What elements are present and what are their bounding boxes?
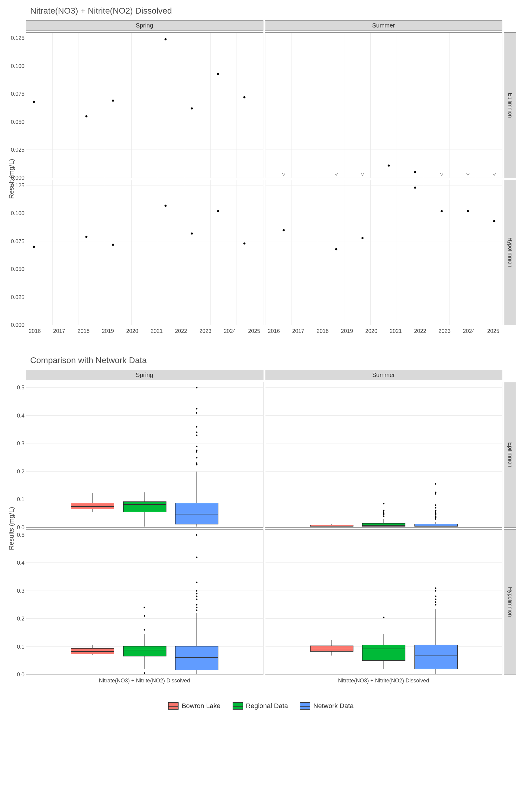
chart2-ylabel: Results (mg/L) xyxy=(6,382,24,675)
boxplot-box xyxy=(415,524,458,526)
data-point xyxy=(112,243,114,246)
data-point xyxy=(440,210,443,212)
outlier-point xyxy=(435,515,437,517)
panel-summer-hypo xyxy=(265,180,503,326)
legend-label-regional: Regional Data xyxy=(246,702,288,710)
data-point xyxy=(33,246,35,248)
legend-label-network: Network Data xyxy=(313,702,354,710)
outlier-point xyxy=(383,616,384,618)
outlier-point xyxy=(196,596,197,597)
outlier-point xyxy=(196,446,197,447)
data-point xyxy=(164,38,166,40)
outlier-point xyxy=(196,598,197,600)
outlier-point xyxy=(435,513,437,514)
boxplot-box xyxy=(362,523,405,526)
row-strip-hypo2: Hypolimnion xyxy=(504,529,516,675)
chart1-title: Nitrate(NO3) + Nitrite(NO2) Dissolved xyxy=(30,6,516,16)
outlier-point xyxy=(435,587,437,589)
data-point xyxy=(243,243,246,245)
data-point xyxy=(466,173,470,176)
outlier-point xyxy=(196,412,197,413)
panel-spring-epi: 0.0000.0250.0500.0750.1000.125 xyxy=(26,32,263,178)
outlier-point xyxy=(144,672,145,674)
chart1-facet-grid: Spring Summer Result (mg/L) 0.0000.0250.… xyxy=(6,20,516,338)
outlier-point xyxy=(435,518,437,520)
panel2-summer-epi xyxy=(265,382,503,528)
col-strip-spring2: Spring xyxy=(26,370,263,380)
outlier-point xyxy=(435,598,437,600)
xcat-spring: Nitrate(NO3) + Nitrite(NO2) Dissolved xyxy=(26,676,263,687)
outlier-point xyxy=(196,582,197,583)
data-point xyxy=(388,164,390,166)
legend-item-bowron: Bowron Lake xyxy=(168,702,220,710)
swatch-red xyxy=(168,702,179,710)
outlier-point xyxy=(196,556,197,558)
outlier-point xyxy=(144,607,145,608)
chart1-ylabel: Result (mg/L) xyxy=(6,32,24,325)
outlier-point xyxy=(435,504,437,506)
outlier-point xyxy=(196,604,197,606)
outlier-point xyxy=(435,510,437,511)
outlier-point xyxy=(196,462,197,464)
data-point xyxy=(282,173,285,176)
data-point xyxy=(282,229,285,231)
chart2-title: Comparison with Network Data xyxy=(30,356,516,365)
outlier-point xyxy=(144,629,145,631)
data-point xyxy=(85,236,87,238)
col-strip-summer2: Summer xyxy=(265,370,503,380)
boxplot-box xyxy=(71,503,114,509)
outlier-point xyxy=(196,426,197,427)
outlier-point xyxy=(196,534,197,535)
outlier-point xyxy=(383,514,384,515)
col-strip-summer: Summer xyxy=(265,20,503,31)
outlier-point xyxy=(435,590,437,591)
data-point xyxy=(243,96,246,99)
figure-container: Nitrate(NO3) + Nitrite(NO2) Dissolved Sp… xyxy=(6,6,516,710)
outlier-point xyxy=(196,593,197,594)
panel2-summer-hypo xyxy=(265,529,503,675)
panel-summer-epi xyxy=(265,32,503,178)
row-strip-epi2: Epilimnion xyxy=(504,382,516,528)
data-point xyxy=(493,173,496,176)
row-strip-epi: Epilimnion xyxy=(504,32,516,178)
outlier-point xyxy=(196,450,197,451)
xticks-spring: 2016201720182019202020212022202320242025 xyxy=(26,327,263,338)
outlier-point xyxy=(435,601,437,603)
boxplot-box xyxy=(123,502,166,512)
outlier-point xyxy=(196,434,197,436)
outlier-point xyxy=(435,492,437,493)
outlier-point xyxy=(435,517,437,519)
outlier-point xyxy=(196,432,197,433)
outlier-point xyxy=(435,604,437,606)
swatch-blue xyxy=(300,702,310,710)
outlier-point xyxy=(196,451,197,453)
data-point xyxy=(191,232,193,235)
outlier-point xyxy=(196,590,197,591)
boxplot-box xyxy=(310,525,354,526)
boxplot-box xyxy=(415,645,458,669)
data-point xyxy=(335,248,337,250)
data-point xyxy=(112,100,114,102)
boxplot-box xyxy=(71,648,114,654)
outlier-point xyxy=(196,464,197,465)
outlier-point xyxy=(196,607,197,608)
data-point xyxy=(493,220,495,222)
outlier-point xyxy=(144,615,145,616)
outlier-point xyxy=(435,507,437,508)
boxplot-box xyxy=(362,645,405,661)
outlier-point xyxy=(435,511,437,513)
boxplot-box xyxy=(123,646,166,656)
outlier-point xyxy=(196,408,197,409)
outlier-point xyxy=(196,610,197,611)
outlier-point xyxy=(383,503,384,504)
swatch-green xyxy=(233,702,243,710)
panel-spring-hypo: 0.0000.0250.0500.0750.1000.125 xyxy=(26,180,263,326)
outlier-point xyxy=(435,483,437,485)
legend-item-regional: Regional Data xyxy=(233,702,288,710)
data-point xyxy=(467,210,469,212)
data-point xyxy=(164,204,166,207)
data-point xyxy=(440,173,443,176)
outlier-point xyxy=(383,513,384,514)
outlier-point xyxy=(435,596,437,597)
col-strip-spring: Spring xyxy=(26,20,263,31)
